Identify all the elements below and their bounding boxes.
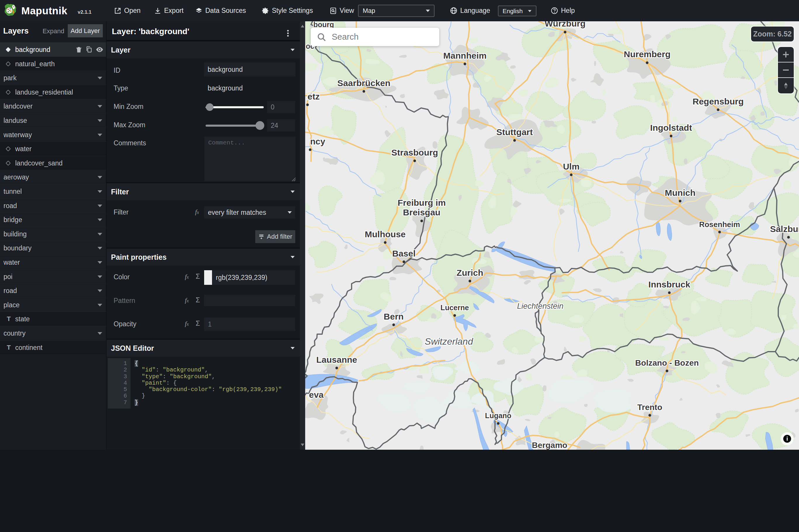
svg-text:Breisgau: Breisgau xyxy=(403,208,440,217)
svg-text:Rosenheim: Rosenheim xyxy=(699,220,740,229)
svg-text:Stuttgart: Stuttgart xyxy=(497,127,533,137)
svg-text:Ingolstadt: Ingolstadt xyxy=(650,123,692,132)
svg-text:Munich: Munich xyxy=(665,188,695,197)
svg-text:etz: etz xyxy=(308,92,320,101)
svg-text:Innsbruck: Innsbruck xyxy=(648,280,690,289)
svg-text:Bolzano - Bozen: Bolzano - Bozen xyxy=(635,358,699,367)
svg-text:Freiburg im: Freiburg im xyxy=(397,198,446,208)
svg-text:Lugano: Lugano xyxy=(485,412,512,420)
svg-text:Liechtenstein: Liechtenstein xyxy=(517,302,563,310)
svg-text:Basel: Basel xyxy=(392,249,415,258)
svg-text:Würzburg: Würzburg xyxy=(545,21,586,28)
svg-text:Strasbourg: Strasbourg xyxy=(391,148,438,157)
svg-text:Ulm: Ulm xyxy=(563,162,580,171)
svg-text:Mannheim: Mannheim xyxy=(443,51,486,60)
svg-text:Zurich: Zurich xyxy=(457,268,483,278)
svg-text:ncy: ncy xyxy=(310,137,325,146)
svg-text:Regensburg: Regensburg xyxy=(692,97,744,106)
svg-text:Lucerne: Lucerne xyxy=(440,304,469,312)
svg-text:Nuremberg: Nuremberg xyxy=(624,49,670,59)
svg-text:Trento: Trento xyxy=(637,403,662,412)
svg-text:Salzburg: Salzburg xyxy=(770,224,799,234)
svg-text:Lausanne: Lausanne xyxy=(316,355,357,364)
svg-text:Bern: Bern xyxy=(384,312,404,321)
svg-text:Saarbrücken: Saarbrücken xyxy=(337,78,390,88)
svg-text:Bergamo: Bergamo xyxy=(532,441,567,450)
svg-text:eva: eva xyxy=(309,390,323,400)
svg-text:Switzerland: Switzerland xyxy=(425,336,473,347)
svg-text:Mulhouse: Mulhouse xyxy=(365,229,406,239)
